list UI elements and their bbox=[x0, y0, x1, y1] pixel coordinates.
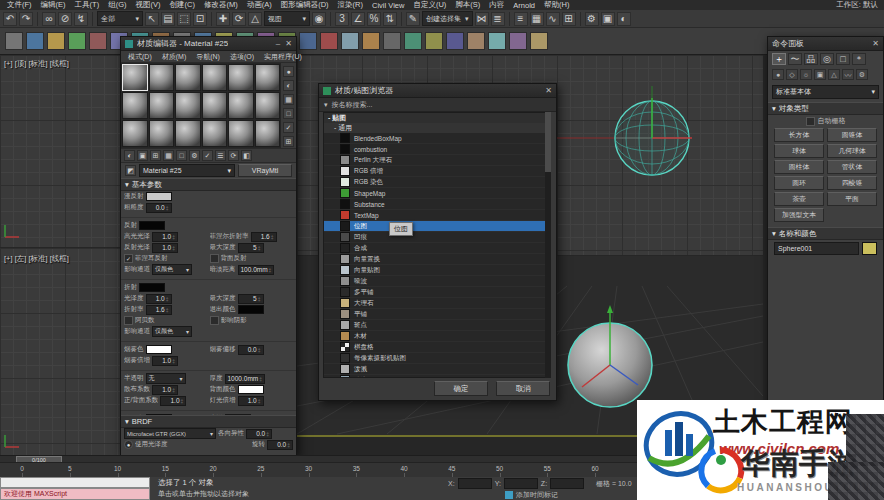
object-type-button-6[interactable]: 圆环 bbox=[774, 176, 824, 190]
snap-toggle-3d-icon[interactable]: 3 bbox=[335, 12, 349, 26]
me-htool-icon-3[interactable]: ▦ bbox=[163, 150, 174, 161]
dropdown[interactable]: 仅颜色▾ bbox=[152, 264, 192, 275]
map-subgroup-header[interactable]: - 通用 bbox=[324, 123, 548, 133]
me-htool-icon-6[interactable]: ✓ bbox=[202, 150, 213, 161]
map-list-item[interactable]: combustion bbox=[324, 144, 548, 155]
menu-item-10[interactable]: Civil View bbox=[368, 1, 408, 10]
map-list-item[interactable]: 泼溅 bbox=[324, 364, 548, 375]
pick-material-icon[interactable]: ◩ bbox=[125, 165, 136, 176]
sample-slot-5[interactable] bbox=[255, 64, 281, 91]
command-panel-titlebar[interactable]: 命令面板 ✕ bbox=[768, 37, 883, 51]
object-type-button-9[interactable]: 平面 bbox=[827, 192, 877, 206]
toolbar2-icon-25[interactable] bbox=[530, 32, 548, 50]
viewport-top-label[interactable]: [+] [顶] [标准] [线框] bbox=[4, 59, 69, 69]
rendered-frame-icon[interactable]: ▣ bbox=[601, 12, 615, 26]
add-time-tag[interactable]: 添加时间标记 bbox=[505, 490, 558, 500]
tab-utilities[interactable]: ＊ bbox=[852, 53, 866, 65]
layer-manager-icon[interactable]: ≡ bbox=[514, 12, 528, 26]
primitive-category-dropdown[interactable]: 标准基本体 ▾ bbox=[772, 85, 879, 99]
toolbar2-icon-4[interactable] bbox=[89, 32, 107, 50]
toolbar2-icon-21[interactable] bbox=[446, 32, 464, 50]
category-spacewarps[interactable]: 〰 bbox=[842, 69, 854, 80]
me-vtool-icon-0[interactable]: ● bbox=[283, 66, 294, 77]
object-type-rollout-header[interactable]: ▾ 对象类型 bbox=[768, 102, 883, 115]
map-browser-titlebar[interactable]: 材质/贴图浏览器 ✕ bbox=[319, 84, 556, 98]
sample-slot-9[interactable] bbox=[202, 92, 228, 119]
me-htool-icon-4[interactable]: □ bbox=[176, 150, 187, 161]
object-type-button-4[interactable]: 圆柱体 bbox=[774, 160, 824, 174]
me-htool-icon-5[interactable]: ⚙ bbox=[189, 150, 200, 161]
map-list-item[interactable]: Substance bbox=[324, 199, 548, 210]
category-helpers[interactable]: △ bbox=[828, 69, 840, 80]
value-spinner[interactable]: 0.0 bbox=[146, 203, 172, 213]
select-link-icon[interactable]: ∞ bbox=[42, 12, 56, 26]
category-systems[interactable]: ⚙ bbox=[856, 69, 868, 80]
scrollbar-thumb[interactable] bbox=[545, 112, 551, 172]
toolbar2-icon-2[interactable] bbox=[47, 32, 65, 50]
object-type-button-2[interactable]: 球体 bbox=[774, 144, 824, 158]
cancel-button[interactable]: 取消 bbox=[496, 381, 550, 396]
render-production-icon[interactable]: ◐ bbox=[617, 12, 631, 26]
brdf-distribution-dropdown[interactable]: Microfacet GTR (GGX) ▾ bbox=[124, 428, 216, 439]
map-list-item[interactable]: 多平铺 bbox=[324, 287, 548, 298]
selection-filter-combo[interactable]: 全部▾ bbox=[97, 11, 143, 26]
value-spinner[interactable]: 1.0 bbox=[152, 356, 178, 366]
menu-item-11[interactable]: 自定义(U) bbox=[409, 0, 450, 10]
material-editor-menu-2[interactable]: 导航(N) bbox=[192, 52, 224, 62]
me-vtool-icon-5[interactable]: ⊞ bbox=[283, 136, 294, 147]
color-swatch[interactable] bbox=[139, 221, 165, 230]
category-shapes[interactable]: ◇ bbox=[786, 69, 798, 80]
sample-slot-14[interactable] bbox=[175, 120, 201, 147]
value-spinner[interactable]: 0.0 bbox=[267, 440, 293, 450]
menu-item-3[interactable]: 组(G) bbox=[104, 0, 130, 10]
sample-slot-3[interactable] bbox=[202, 64, 228, 91]
tab-motion[interactable]: ◎ bbox=[820, 53, 834, 65]
map-list-item[interactable]: 每像素摄影机贴图 bbox=[324, 353, 548, 364]
checkbox[interactable] bbox=[210, 254, 219, 263]
autogrid-checkbox[interactable] bbox=[806, 117, 815, 126]
unlink-icon[interactable]: ⊘ bbox=[58, 12, 72, 26]
value-spinner[interactable]: 5 bbox=[238, 294, 264, 304]
mirror-icon[interactable]: ⋈ bbox=[475, 12, 489, 26]
value-spinner[interactable]: 1.0 bbox=[152, 232, 178, 242]
toolbar2-icon-16[interactable] bbox=[341, 32, 359, 50]
value-spinner[interactable]: 1.0 bbox=[152, 243, 178, 253]
material-type-button[interactable]: VRayMtl bbox=[238, 164, 292, 177]
map-list-item[interactable]: 向量贴图 bbox=[324, 265, 548, 276]
workspace-selector[interactable]: 工作区: 默认 bbox=[833, 0, 881, 10]
window-crossing-icon[interactable]: ⊡ bbox=[193, 12, 207, 26]
map-list-item[interactable]: BlendedBoxMap bbox=[324, 133, 548, 144]
value-spinner[interactable]: 5 bbox=[238, 243, 264, 253]
value-spinner[interactable]: 0.0 bbox=[238, 345, 264, 355]
search-input[interactable]: 按名称搜索... bbox=[332, 100, 373, 110]
map-list-item[interactable]: 噪波 bbox=[324, 276, 548, 287]
ok-button[interactable]: 确定 bbox=[434, 381, 488, 396]
map-list-item[interactable]: RGB 倍增 bbox=[324, 166, 548, 177]
percent-snap-icon[interactable]: % bbox=[367, 12, 381, 26]
object-type-button-3[interactable]: 几何球体 bbox=[827, 144, 877, 158]
close-icon[interactable]: ✕ bbox=[545, 86, 552, 95]
object-color-swatch[interactable] bbox=[862, 242, 877, 255]
value-spinner[interactable]: 1000.0mm bbox=[225, 374, 266, 384]
map-list-item[interactable]: 波浪 bbox=[324, 375, 548, 378]
me-vtool-icon-3[interactable]: □ bbox=[283, 108, 294, 119]
category-lights[interactable]: ☼ bbox=[800, 69, 812, 80]
material-editor-titlebar[interactable]: 材质编辑器 - Material #25 –✕ bbox=[121, 37, 296, 51]
value-spinner[interactable]: 1.0 bbox=[238, 396, 264, 406]
map-list-item[interactable]: 向量置换 bbox=[324, 254, 548, 265]
color-swatch[interactable] bbox=[146, 345, 172, 354]
me-htool-icon-7[interactable]: ☰ bbox=[215, 150, 226, 161]
material-editor-menu-3[interactable]: 选项(O) bbox=[226, 52, 258, 62]
toolbar2-icon-19[interactable] bbox=[404, 32, 422, 50]
align-icon[interactable]: ≣ bbox=[491, 12, 505, 26]
brdf-rollout-header[interactable]: ▾ BRDF bbox=[121, 415, 296, 428]
value-spinner[interactable]: 0.0 bbox=[246, 429, 272, 439]
dropdown[interactable]: 无▾ bbox=[146, 373, 186, 384]
sample-slot-13[interactable] bbox=[149, 120, 175, 147]
me-vtool-icon-2[interactable]: ▦ bbox=[283, 94, 294, 105]
object-type-button-8[interactable]: 茶壶 bbox=[774, 192, 824, 206]
menu-item-5[interactable]: 创建(C) bbox=[166, 0, 199, 10]
me-htool-icon-0[interactable]: ◐ bbox=[124, 150, 135, 161]
bind-spacewarp-icon[interactable]: ↯ bbox=[74, 12, 88, 26]
y-coordinate-field[interactable] bbox=[504, 478, 538, 489]
